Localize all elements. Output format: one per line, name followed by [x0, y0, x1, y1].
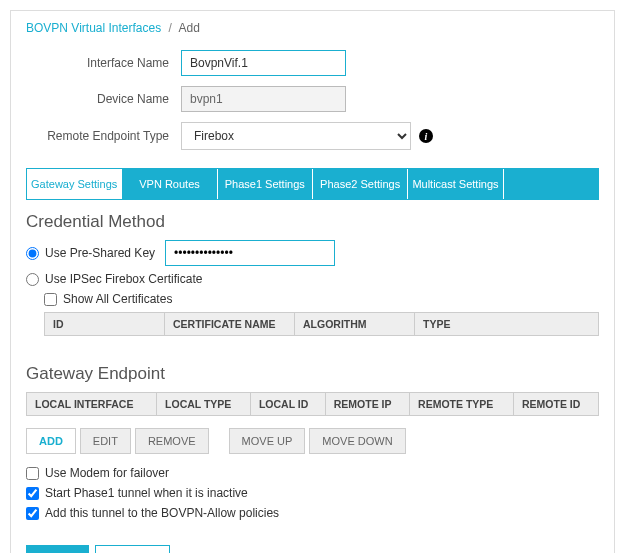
cert-radio[interactable] [26, 273, 39, 286]
interface-name-input[interactable] [181, 50, 346, 76]
cert-table: ID CERTIFICATE NAME ALGORITHM TYPE [44, 312, 599, 336]
gw-col-local-interface: LOCAL INTERFACE [27, 393, 157, 416]
cancel-button[interactable]: CANCEL [95, 545, 170, 553]
cert-col-type: TYPE [415, 313, 599, 336]
credential-method-heading: Credential Method [26, 212, 599, 232]
edit-button[interactable]: EDIT [80, 428, 131, 454]
info-icon[interactable]: i [419, 129, 433, 143]
breadcrumb-link[interactable]: BOVPN Virtual Interfaces [26, 21, 161, 35]
bovpn-allow-checkbox[interactable] [26, 507, 39, 520]
remote-endpoint-select[interactable]: Firebox [181, 122, 411, 150]
gw-col-local-id: LOCAL ID [250, 393, 325, 416]
tab-phase2-settings[interactable]: Phase2 Settings [313, 169, 408, 199]
gw-col-remote-id: REMOTE ID [514, 393, 599, 416]
breadcrumb-separator: / [169, 21, 172, 35]
cert-col-algo: ALGORITHM [295, 313, 415, 336]
psk-radio[interactable] [26, 247, 39, 260]
tab-empty [504, 169, 598, 199]
gateway-table: LOCAL INTERFACE LOCAL TYPE LOCAL ID REMO… [26, 392, 599, 416]
save-button[interactable]: SAVE [26, 545, 89, 553]
gw-col-local-type: LOCAL TYPE [157, 393, 251, 416]
bovpn-allow-label: Add this tunnel to the BOVPN-Allow polic… [45, 506, 279, 520]
psk-input[interactable] [165, 240, 335, 266]
modem-failover-checkbox[interactable] [26, 467, 39, 480]
remote-endpoint-label: Remote Endpoint Type [26, 129, 181, 143]
tabs: Gateway Settings VPN Routes Phase1 Setti… [26, 168, 599, 200]
move-up-button[interactable]: MOVE UP [229, 428, 306, 454]
gateway-endpoint-heading: Gateway Endpoint [26, 364, 599, 384]
device-name-input[interactable] [181, 86, 346, 112]
add-button[interactable]: ADD [26, 428, 76, 454]
psk-label: Use Pre-Shared Key [45, 246, 155, 260]
cert-label: Use IPSec Firebox Certificate [45, 272, 202, 286]
tab-vpn-routes[interactable]: VPN Routes [122, 169, 217, 199]
phase1-tunnel-checkbox[interactable] [26, 487, 39, 500]
breadcrumb-current: Add [179, 21, 200, 35]
tab-gateway-settings[interactable]: Gateway Settings [27, 169, 122, 199]
cert-col-name: CERTIFICATE NAME [165, 313, 295, 336]
remove-button[interactable]: REMOVE [135, 428, 209, 454]
modem-failover-label: Use Modem for failover [45, 466, 169, 480]
tab-phase1-settings[interactable]: Phase1 Settings [218, 169, 313, 199]
move-down-button[interactable]: MOVE DOWN [309, 428, 405, 454]
gw-col-remote-ip: REMOTE IP [325, 393, 409, 416]
breadcrumb: BOVPN Virtual Interfaces / Add [26, 21, 599, 35]
device-name-label: Device Name [26, 92, 181, 106]
cert-col-id: ID [45, 313, 165, 336]
show-all-certs-label: Show All Certificates [63, 292, 172, 306]
show-all-certs-checkbox[interactable] [44, 293, 57, 306]
phase1-tunnel-label: Start Phase1 tunnel when it is inactive [45, 486, 248, 500]
gw-col-remote-type: REMOTE TYPE [410, 393, 514, 416]
tab-multicast-settings[interactable]: Multicast Settings [408, 169, 503, 199]
interface-name-label: Interface Name [26, 56, 181, 70]
